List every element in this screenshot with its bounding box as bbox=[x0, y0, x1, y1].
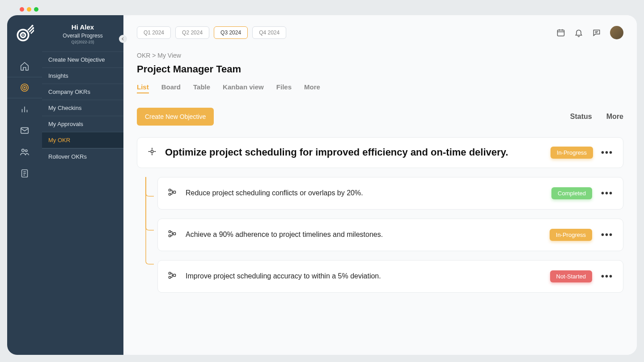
svg-point-2 bbox=[22, 34, 24, 36]
sidebar-item-company-okrs[interactable]: Company OKRs bbox=[42, 84, 123, 100]
key-result-title: Improve project scheduling accuracy to w… bbox=[186, 272, 541, 280]
overall-progress-label: Overall Progress bbox=[42, 33, 123, 39]
tree-connector bbox=[145, 177, 154, 293]
objective-title: Optimize project scheduling for improved… bbox=[165, 146, 542, 160]
quarter-tab-q4-2024[interactable]: Q4 2024 bbox=[252, 26, 286, 39]
key-result-status-badge: In-Progress bbox=[550, 229, 592, 241]
view-tab-kanban-view[interactable]: Kanban view bbox=[223, 83, 264, 93]
nav-okr-icon[interactable] bbox=[7, 77, 42, 98]
quarter-tab-q3-2024[interactable]: Q3 2024 bbox=[214, 26, 248, 39]
nav-reports-icon[interactable] bbox=[7, 98, 42, 120]
collapse-sidebar-icon[interactable] bbox=[119, 35, 127, 43]
key-result-more-icon[interactable]: ••• bbox=[601, 188, 613, 198]
view-tab-files[interactable]: Files bbox=[276, 83, 292, 93]
nav-team-icon[interactable] bbox=[7, 141, 42, 163]
key-result-status-badge: Completed bbox=[551, 187, 592, 199]
sidebar-menu: Hi Alex Overall Progress Q2(2022-23) Cre… bbox=[42, 15, 123, 355]
svg-point-11 bbox=[24, 87, 25, 88]
sidebar-item-my-checkins[interactable]: My Checkins bbox=[42, 100, 123, 116]
quarter-tab-q1-2024[interactable]: Q1 2024 bbox=[137, 26, 171, 39]
svg-rect-48 bbox=[169, 277, 171, 278]
page-title: Project Manager Team bbox=[137, 63, 623, 75]
app-logo[interactable] bbox=[15, 24, 34, 43]
sidebar-item-my-okr[interactable]: My OKR bbox=[42, 132, 123, 148]
breadcrumb: OKR > My View bbox=[137, 52, 623, 59]
svg-point-6 bbox=[31, 25, 33, 26]
objective-more-icon[interactable]: ••• bbox=[601, 147, 613, 158]
close-dot[interactable] bbox=[20, 7, 24, 12]
sidebar-item-create-new-objective[interactable]: Create New Objective bbox=[42, 51, 123, 67]
list-toolbar: Create New Objective Status More bbox=[137, 108, 623, 126]
quarter-tab-q2-2024[interactable]: Q2 2024 bbox=[175, 26, 209, 39]
objective-status-badge: In-Progress bbox=[551, 147, 593, 159]
sidebar-item-rollover-okrs[interactable]: Rollover OKRs bbox=[42, 148, 123, 164]
svg-rect-40 bbox=[169, 231, 171, 233]
svg-point-16 bbox=[22, 149, 25, 152]
minimize-dot[interactable] bbox=[27, 7, 31, 12]
view-tab-board[interactable]: Board bbox=[161, 83, 181, 93]
svg-rect-49 bbox=[174, 274, 176, 277]
top-actions bbox=[556, 26, 623, 39]
svg-point-28 bbox=[151, 151, 153, 153]
key-result-icon bbox=[168, 271, 177, 282]
chat-icon[interactable] bbox=[592, 28, 601, 37]
view-tab-table[interactable]: Table bbox=[193, 83, 210, 93]
view-tabs: ListBoardTableKanban viewFilesMore bbox=[137, 83, 623, 93]
quarter-tabs: Q1 2024Q2 2024Q3 2024Q4 2024 bbox=[137, 26, 286, 39]
calendar-icon[interactable] bbox=[556, 28, 565, 37]
app-shell: Hi Alex Overall Progress Q2(2022-23) Cre… bbox=[7, 15, 637, 355]
svg-rect-41 bbox=[169, 235, 171, 237]
view-tab-list[interactable]: List bbox=[137, 83, 149, 93]
key-results-list: Reduce project scheduling conflicts or o… bbox=[145, 177, 623, 293]
objective-card[interactable]: Optimize project scheduling for improved… bbox=[137, 137, 623, 168]
sidebar-item-insights[interactable]: Insights bbox=[42, 67, 123, 84]
nav-inbox-icon[interactable] bbox=[7, 120, 42, 141]
bell-icon[interactable] bbox=[574, 28, 583, 37]
nav-tasks-icon[interactable] bbox=[7, 163, 42, 184]
key-result-title: Achieve a 90% adherence to project timel… bbox=[186, 231, 541, 239]
objective-target-icon bbox=[147, 147, 157, 158]
key-result-card[interactable]: Improve project scheduling accuracy to w… bbox=[157, 260, 623, 293]
key-result-more-icon[interactable]: ••• bbox=[601, 230, 613, 240]
nav-home-icon[interactable] bbox=[7, 55, 42, 77]
key-result-status-badge: Not-Started bbox=[550, 270, 592, 282]
svg-rect-47 bbox=[169, 273, 171, 274]
svg-rect-35 bbox=[174, 191, 176, 194]
svg-rect-33 bbox=[169, 189, 171, 191]
svg-rect-22 bbox=[558, 30, 564, 36]
svg-rect-42 bbox=[174, 233, 176, 235]
user-avatar[interactable] bbox=[610, 26, 623, 39]
key-result-icon bbox=[168, 229, 177, 240]
sidebar-item-my-approvals[interactable]: My Approvals bbox=[42, 116, 123, 132]
maximize-dot[interactable] bbox=[34, 7, 38, 12]
key-result-more-icon[interactable]: ••• bbox=[601, 271, 613, 282]
svg-point-17 bbox=[25, 150, 27, 152]
view-tab-more[interactable]: More bbox=[304, 83, 320, 93]
status-header[interactable]: Status bbox=[570, 113, 592, 121]
key-result-icon bbox=[168, 188, 177, 198]
topbar: Q1 2024Q2 2024Q3 2024Q4 2024 bbox=[137, 26, 623, 39]
create-objective-button[interactable]: Create New Objective bbox=[137, 108, 214, 126]
progress-period: Q2(2022-23) bbox=[42, 40, 123, 44]
main-content: Q1 2024Q2 2024Q3 2024Q4 2024 OKR > My Vi… bbox=[123, 15, 637, 355]
sidebar-icons bbox=[7, 15, 42, 355]
key-result-title: Reduce project scheduling conflicts or o… bbox=[186, 189, 542, 197]
greeting-text: Hi Alex bbox=[42, 23, 123, 31]
window-controls bbox=[20, 7, 637, 12]
svg-rect-34 bbox=[169, 194, 171, 195]
key-result-card[interactable]: Reduce project scheduling conflicts or o… bbox=[157, 177, 623, 210]
key-result-card[interactable]: Achieve a 90% adherence to project timel… bbox=[157, 219, 623, 251]
more-header[interactable]: More bbox=[606, 113, 623, 121]
